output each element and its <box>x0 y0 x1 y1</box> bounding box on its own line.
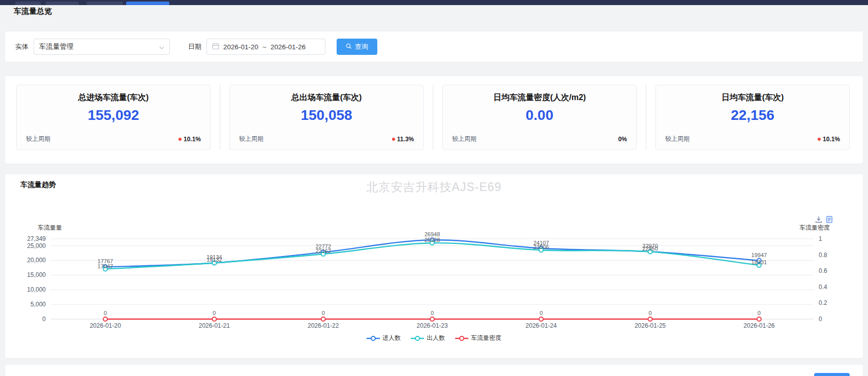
legend-item[interactable]: 车流量密度 <box>455 334 501 342</box>
kpi-divider <box>220 85 220 150</box>
kpi-change-value: 10.1% <box>823 136 840 143</box>
query-button-label: 查询 <box>355 42 368 51</box>
kpi-divider <box>433 85 433 150</box>
svg-text:25928: 25928 <box>425 237 440 243</box>
svg-text:0: 0 <box>431 310 434 316</box>
svg-text:18331: 18331 <box>752 259 767 265</box>
svg-text:0.6: 0.6 <box>819 267 827 274</box>
svg-text:17047: 17047 <box>98 263 113 269</box>
svg-text:0: 0 <box>322 310 325 316</box>
svg-text:2026-01-24: 2026-01-24 <box>526 322 557 329</box>
kpi-row: 总进场车流量(车次)155,092较上周期10.1%总出场车流量(车次)150,… <box>5 76 863 150</box>
calendar-icon <box>212 43 219 51</box>
svg-text:2026-01-25: 2026-01-25 <box>635 322 666 329</box>
svg-text:5,000: 5,000 <box>31 301 46 308</box>
svg-text:2026-01-23: 2026-01-23 <box>416 322 448 329</box>
kpi-title: 总进场车流量(车次) <box>26 92 201 103</box>
filter-panel: 实体 车流量管理 日期 2026-01-20 ~ 2026-01-26 查询 <box>5 32 863 62</box>
kpi-compare-label: 较上周期 <box>26 135 50 143</box>
svg-text:0: 0 <box>649 310 652 316</box>
kpi-title: 总出场车流量(车次) <box>239 92 414 103</box>
kpi-panel: 总进场车流量(车次)155,092较上周期10.1%总出场车流量(车次)150,… <box>5 76 863 164</box>
svg-text:2026-01-20: 2026-01-20 <box>89 322 121 329</box>
nav-tab-2[interactable] <box>46 2 79 5</box>
status-dot-icon <box>392 138 395 141</box>
kpi-value: 22,156 <box>665 107 840 123</box>
legend-marker-icon <box>455 336 468 341</box>
legend-label: 车流量密度 <box>471 334 501 342</box>
legend-label: 出人数 <box>427 334 445 342</box>
search-icon <box>346 43 352 51</box>
kpi-value: 0.00 <box>452 107 627 123</box>
nav-tab-1[interactable] <box>15 2 41 5</box>
kpi-change-value: 0% <box>618 136 627 143</box>
chart-legend: 进人数出人数车流量密度 <box>5 334 863 342</box>
svg-text:0: 0 <box>540 310 543 316</box>
svg-text:0.8: 0.8 <box>819 252 827 259</box>
svg-text:15,000: 15,000 <box>27 271 46 278</box>
kpi-change-badge: 0% <box>618 136 627 143</box>
svg-text:车流量密度: 车流量密度 <box>799 224 830 231</box>
svg-text:19132: 19132 <box>206 257 222 263</box>
kpi-card-4: 日均车流量(车次)22,156较上周期10.1% <box>655 85 850 150</box>
legend-item[interactable]: 进人数 <box>367 334 401 342</box>
chevron-down-icon <box>159 43 164 51</box>
trend-chart-canvas[interactable]: 27,34925,00020,00015,00010,0005,000010.8… <box>5 174 863 358</box>
legend-item[interactable]: 出人数 <box>411 334 445 342</box>
legend-marker-icon <box>367 336 380 341</box>
nav-tab-3[interactable] <box>86 2 123 5</box>
entity-select[interactable]: 车流量管理 <box>34 39 170 55</box>
kpi-title: 日均车流量密度(人次/m2) <box>452 92 627 103</box>
kpi-value: 150,058 <box>239 107 414 123</box>
trend-panel: 车流量趋势 北京安吉升科技AJS-E69 27,34925,00020,0001… <box>5 174 863 358</box>
kpi-change-badge: 11.3% <box>392 136 414 143</box>
kpi-change-value: 10.1% <box>184 136 201 143</box>
status-dot-icon <box>818 138 821 141</box>
page-title: 车流量总览 <box>14 7 52 16</box>
entity-select-value: 车流量管理 <box>39 42 159 51</box>
kpi-change-badge: 10.1% <box>178 136 201 143</box>
svg-text:车流量量: 车流量量 <box>38 224 62 231</box>
kpi-divider <box>646 85 646 150</box>
svg-text:23506: 23506 <box>533 244 549 250</box>
kpi-change-badge: 10.1% <box>818 136 840 143</box>
kpi-compare-label: 较上周期 <box>452 135 476 143</box>
kpi-compare-label: 较上周期 <box>665 135 690 143</box>
legend-label: 进人数 <box>382 334 401 342</box>
svg-text:25,000: 25,000 <box>27 242 46 249</box>
svg-text:0: 0 <box>104 310 107 316</box>
svg-text:0: 0 <box>213 310 216 316</box>
kpi-title: 日均车流量(车次) <box>665 92 840 103</box>
svg-text:2026-01-21: 2026-01-21 <box>199 322 230 329</box>
svg-text:27,349: 27,349 <box>27 235 46 242</box>
entity-label: 实体 <box>15 42 28 51</box>
next-section-panel <box>5 365 863 376</box>
svg-text:0: 0 <box>758 310 761 316</box>
kpi-compare-label: 较上周期 <box>239 135 263 143</box>
date-end-value[interactable]: 2026-01-26 <box>271 43 306 51</box>
svg-text:2026-01-22: 2026-01-22 <box>308 322 339 329</box>
kpi-card-2: 总出场车流量(车次)150,058较上周期11.3% <box>229 85 424 150</box>
kpi-value: 155,092 <box>26 107 201 123</box>
svg-text:20,000: 20,000 <box>27 257 46 264</box>
query-button[interactable]: 查询 <box>337 39 377 55</box>
date-range-picker[interactable]: 2026-01-20 ~ 2026-01-26 <box>206 39 325 55</box>
kpi-card-1: 总进场车流量(车次)155,092较上周期10.1% <box>16 85 211 150</box>
svg-text:2026-01-26: 2026-01-26 <box>743 322 775 329</box>
kpi-change-value: 11.3% <box>397 136 414 143</box>
date-label: 日期 <box>188 42 201 51</box>
legend-marker-icon <box>411 336 424 341</box>
svg-text:10,000: 10,000 <box>27 286 46 293</box>
svg-text:0: 0 <box>819 316 822 323</box>
top-nav-bar <box>0 0 868 5</box>
next-section-button[interactable] <box>814 373 850 376</box>
svg-text:22950: 22950 <box>642 245 658 252</box>
svg-text:0: 0 <box>42 316 46 323</box>
svg-text:22162: 22162 <box>315 248 331 254</box>
nav-tab-active[interactable] <box>126 2 169 5</box>
svg-text:0.4: 0.4 <box>819 284 827 291</box>
date-start-value[interactable]: 2026-01-20 <box>223 43 258 51</box>
date-separator: ~ <box>262 43 266 51</box>
kpi-card-3: 日均车流量密度(人次/m2)0.00较上周期0% <box>442 85 637 150</box>
svg-text:0.2: 0.2 <box>819 299 827 306</box>
